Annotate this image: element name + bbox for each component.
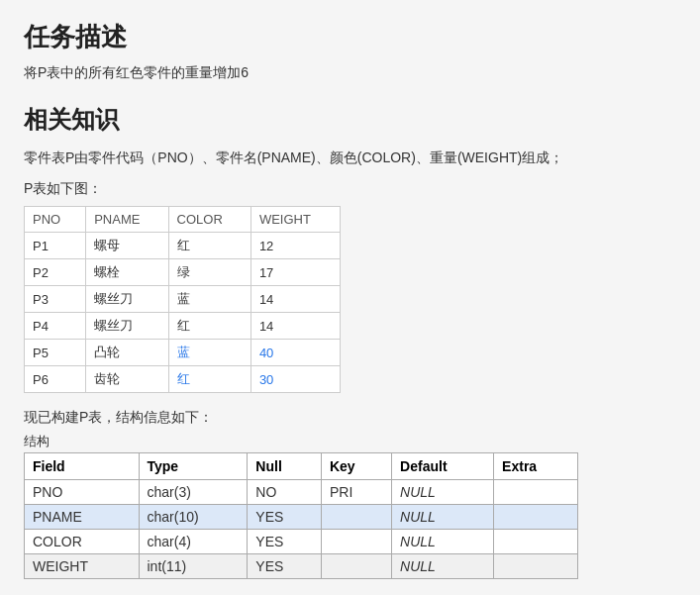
struct-intro: 现已构建P表，结构信息如下：: [24, 409, 676, 427]
struct-table-row: WEIGHTint(11)YESNULL: [25, 554, 578, 579]
struct-table: FieldTypeNullKeyDefaultExtra PNOchar(3)N…: [24, 452, 578, 579]
col-header-pno: PNO: [25, 207, 86, 233]
col-header-color: COLOR: [168, 207, 250, 233]
struct-col-header: Null: [248, 453, 322, 480]
col-header-weight: WEIGHT: [250, 207, 340, 233]
table-row: P1螺母红12: [25, 233, 341, 259]
data-table: PNO PNAME COLOR WEIGHT P1螺母红12P2螺栓绿17P3螺…: [24, 206, 341, 393]
table-row: P3螺丝刀蓝14: [25, 286, 341, 313]
table-row: P2螺栓绿17: [25, 259, 341, 286]
table-intro: P表如下图：: [24, 180, 676, 198]
knowledge-title: 相关知识: [24, 104, 676, 136]
struct-table-row: PNAMEchar(10)YESNULL: [25, 505, 578, 530]
struct-table-row: PNOchar(3)NOPRINULL: [25, 480, 578, 505]
col-header-pname: PNAME: [86, 207, 168, 233]
struct-col-header: Type: [139, 453, 248, 480]
table-row: P4螺丝刀红14: [25, 313, 341, 340]
struct-col-header: Field: [25, 453, 140, 480]
table-row: P5凸轮蓝40: [25, 340, 341, 366]
struct-col-header: Default: [392, 453, 494, 480]
table-row: P6齿轮红30: [25, 366, 341, 393]
struct-table-row: COLORchar(4)YESNULL: [25, 530, 578, 554]
knowledge-desc: 零件表P由零件代码（PNO）、零件名(PNAME)、颜色(COLOR)、重量(W…: [24, 146, 676, 170]
struct-col-header: Extra: [494, 453, 578, 480]
page-title: 任务描述: [24, 20, 676, 54]
task-description: 将P表中的所有红色零件的重量增加6: [24, 64, 676, 82]
struct-hint: 结构: [24, 433, 676, 450]
struct-col-header: Key: [321, 453, 391, 480]
